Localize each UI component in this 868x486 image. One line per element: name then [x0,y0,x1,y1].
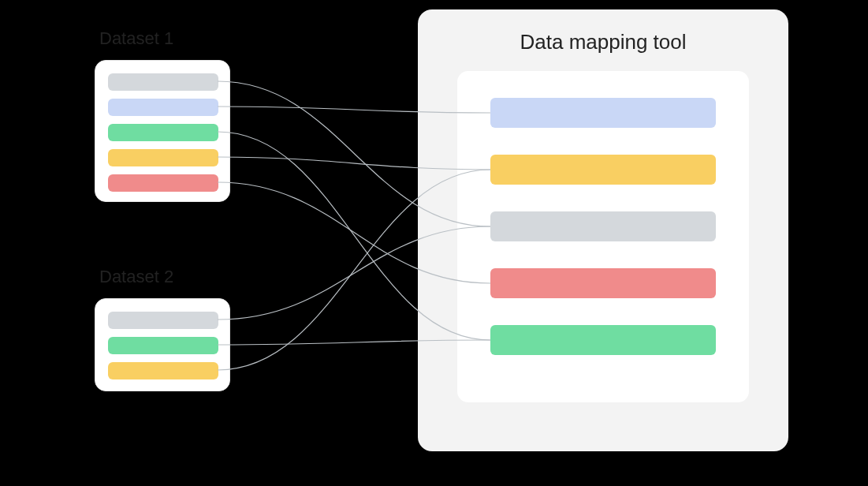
d2-field-2 [108,362,218,379]
dataset1-card [95,60,230,202]
tool-field-0 [490,98,716,128]
tool-field-1 [490,155,716,185]
d1-field-4 [108,174,218,192]
d1-field-3 [108,149,218,166]
d1-field-1 [108,99,218,116]
d2-field-1 [108,337,218,354]
tool-panel: Data mapping tool [418,9,788,451]
tool-field-3 [490,268,716,298]
tool-field-2 [490,211,716,241]
tool-field-4 [490,325,716,355]
dataset1-label: Dataset 1 [99,28,173,49]
d1-field-0 [108,73,218,91]
d1-field-2 [108,124,218,141]
dataset2-label: Dataset 2 [99,267,173,287]
dataset2-card [95,298,230,391]
tool-inner [457,71,749,402]
d2-field-0 [108,312,218,329]
diagram-stage: Dataset 1 Dataset 2 Data mapping tool [0,0,868,486]
tool-title: Data mapping tool [418,30,788,54]
